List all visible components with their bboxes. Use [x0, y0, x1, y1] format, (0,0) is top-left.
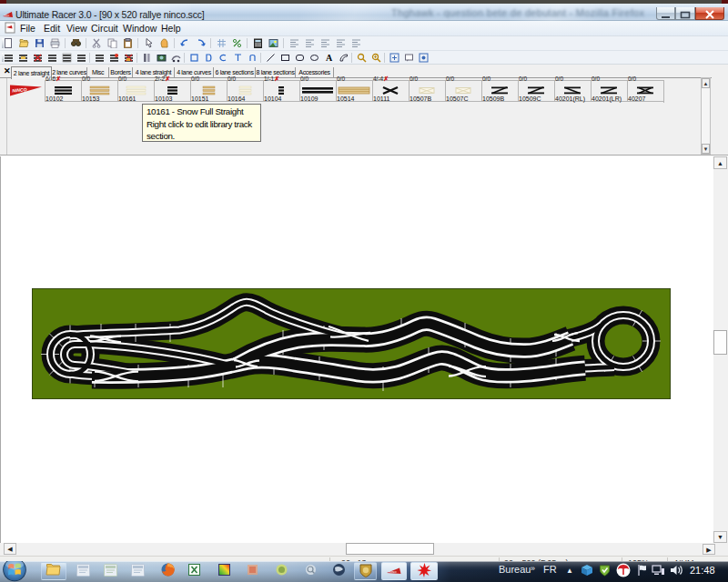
svg-text:A: A	[326, 53, 333, 63]
svg-text:nco: nco	[5, 14, 10, 17]
svg-text:ninco: ninco	[389, 570, 397, 574]
svg-text:NINCO: NINCO	[12, 86, 27, 93]
